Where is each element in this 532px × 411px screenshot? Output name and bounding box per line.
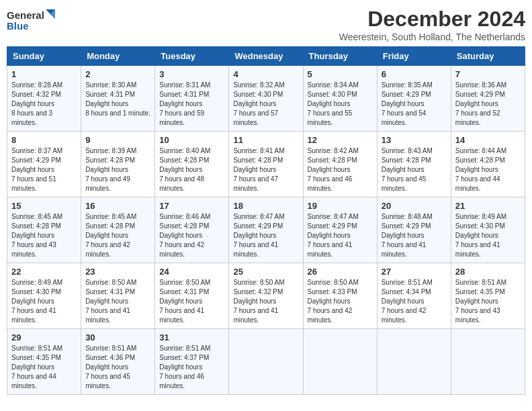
cell-info: Sunrise: 8:50 AM Sunset: 4:31 PM Dayligh… (159, 278, 224, 325)
cell-info: Sunrise: 8:47 AM Sunset: 4:29 PM Dayligh… (308, 212, 373, 259)
calendar-cell (303, 329, 377, 395)
day-number: 29 (11, 332, 77, 342)
week-row-4: 22 Sunrise: 8:49 AM Sunset: 4:30 PM Dayl… (7, 263, 525, 329)
day-number: 16 (85, 201, 150, 211)
day-number: 31 (159, 332, 224, 342)
calendar-cell: 2 Sunrise: 8:30 AM Sunset: 4:31 PM Dayli… (81, 66, 155, 132)
day-number: 27 (382, 267, 447, 277)
day-number: 25 (233, 267, 298, 277)
week-row-1: 1 Sunrise: 8:28 AM Sunset: 4:32 PM Dayli… (7, 66, 525, 132)
cell-info: Sunrise: 8:30 AM Sunset: 4:31 PM Dayligh… (85, 81, 150, 118)
day-number: 5 (308, 69, 373, 79)
calendar-cell: 26 Sunrise: 8:50 AM Sunset: 4:33 PM Dayl… (303, 263, 377, 329)
calendar-cell: 5 Sunrise: 8:34 AM Sunset: 4:30 PM Dayli… (303, 66, 377, 132)
month-title: December 2024 (339, 7, 525, 32)
day-number: 3 (159, 69, 224, 79)
cell-info: Sunrise: 8:43 AM Sunset: 4:28 PM Dayligh… (382, 146, 447, 193)
calendar-cell: 10 Sunrise: 8:40 AM Sunset: 4:28 PM Dayl… (155, 132, 229, 197)
calendar-cell (229, 329, 303, 395)
cell-info: Sunrise: 8:47 AM Sunset: 4:29 PM Dayligh… (233, 212, 298, 259)
cell-info: Sunrise: 8:50 AM Sunset: 4:33 PM Dayligh… (308, 278, 373, 325)
calendar-table: SundayMondayTuesdayWednesdayThursdayFrid… (7, 46, 525, 395)
calendar-cell: 24 Sunrise: 8:50 AM Sunset: 4:31 PM Dayl… (155, 263, 229, 329)
cell-info: Sunrise: 8:45 AM Sunset: 4:28 PM Dayligh… (11, 212, 77, 259)
day-header-friday: Friday (377, 47, 451, 66)
calendar-cell: 18 Sunrise: 8:47 AM Sunset: 4:29 PM Dayl… (229, 197, 303, 263)
calendar-cell: 15 Sunrise: 8:45 AM Sunset: 4:28 PM Dayl… (7, 197, 81, 263)
cell-info: Sunrise: 8:51 AM Sunset: 4:35 PM Dayligh… (11, 344, 77, 391)
day-number: 9 (85, 135, 150, 145)
day-number: 6 (382, 69, 447, 79)
day-number: 13 (382, 135, 447, 145)
cell-info: Sunrise: 8:49 AM Sunset: 4:30 PM Dayligh… (455, 212, 521, 259)
calendar-cell: 30 Sunrise: 8:51 AM Sunset: 4:36 PM Dayl… (81, 329, 155, 395)
calendar-cell: 29 Sunrise: 8:51 AM Sunset: 4:35 PM Dayl… (7, 329, 81, 395)
calendar-cell: 21 Sunrise: 8:49 AM Sunset: 4:30 PM Dayl… (451, 197, 525, 263)
svg-text:Blue: Blue (7, 20, 29, 32)
cell-info: Sunrise: 8:41 AM Sunset: 4:28 PM Dayligh… (233, 146, 298, 193)
svg-text:General: General (7, 9, 44, 21)
location-subtitle: Weerestein, South Holland, The Netherlan… (339, 32, 525, 42)
day-header-monday: Monday (81, 47, 155, 66)
logo: General Blue (7, 7, 60, 34)
day-number: 21 (455, 201, 521, 211)
cell-info: Sunrise: 8:51 AM Sunset: 4:36 PM Dayligh… (85, 344, 150, 391)
day-number: 18 (233, 201, 298, 211)
cell-info: Sunrise: 8:40 AM Sunset: 4:28 PM Dayligh… (159, 146, 224, 193)
day-number: 11 (233, 135, 298, 145)
day-header-sunday: Sunday (7, 47, 81, 66)
page-header: General Blue December 2024 Weerestein, S… (7, 7, 525, 42)
week-row-2: 8 Sunrise: 8:37 AM Sunset: 4:29 PM Dayli… (7, 132, 525, 197)
calendar-cell: 16 Sunrise: 8:45 AM Sunset: 4:28 PM Dayl… (81, 197, 155, 263)
cell-info: Sunrise: 8:46 AM Sunset: 4:28 PM Dayligh… (159, 212, 224, 259)
calendar-cell: 31 Sunrise: 8:51 AM Sunset: 4:37 PM Dayl… (155, 329, 229, 395)
day-header-wednesday: Wednesday (229, 47, 303, 66)
cell-info: Sunrise: 8:44 AM Sunset: 4:28 PM Dayligh… (455, 146, 521, 193)
day-number: 30 (85, 332, 150, 342)
week-row-3: 15 Sunrise: 8:45 AM Sunset: 4:28 PM Dayl… (7, 197, 525, 263)
cell-info: Sunrise: 8:34 AM Sunset: 4:30 PM Dayligh… (308, 81, 373, 128)
day-number: 2 (85, 69, 150, 79)
day-number: 22 (11, 267, 77, 277)
calendar-cell: 14 Sunrise: 8:44 AM Sunset: 4:28 PM Dayl… (451, 132, 525, 197)
calendar-cell: 20 Sunrise: 8:48 AM Sunset: 4:29 PM Dayl… (377, 197, 451, 263)
cell-info: Sunrise: 8:51 AM Sunset: 4:35 PM Dayligh… (455, 278, 521, 325)
calendar-cell (451, 329, 525, 395)
cell-info: Sunrise: 8:51 AM Sunset: 4:34 PM Dayligh… (382, 278, 447, 325)
cell-info: Sunrise: 8:50 AM Sunset: 4:32 PM Dayligh… (233, 278, 298, 325)
cell-info: Sunrise: 8:35 AM Sunset: 4:29 PM Dayligh… (382, 81, 447, 128)
week-row-5: 29 Sunrise: 8:51 AM Sunset: 4:35 PM Dayl… (7, 329, 525, 395)
cell-info: Sunrise: 8:28 AM Sunset: 4:32 PM Dayligh… (11, 81, 77, 128)
calendar-cell: 22 Sunrise: 8:49 AM Sunset: 4:30 PM Dayl… (7, 263, 81, 329)
cell-info: Sunrise: 8:45 AM Sunset: 4:28 PM Dayligh… (85, 212, 150, 259)
calendar-cell: 12 Sunrise: 8:42 AM Sunset: 4:28 PM Dayl… (303, 132, 377, 197)
cell-info: Sunrise: 8:39 AM Sunset: 4:28 PM Dayligh… (85, 146, 150, 193)
calendar-cell: 27 Sunrise: 8:51 AM Sunset: 4:34 PM Dayl… (377, 263, 451, 329)
title-block: December 2024 Weerestein, South Holland,… (339, 7, 525, 42)
day-header-saturday: Saturday (451, 47, 525, 66)
day-number: 10 (159, 135, 224, 145)
day-number: 17 (159, 201, 224, 211)
calendar-cell: 23 Sunrise: 8:50 AM Sunset: 4:31 PM Dayl… (81, 263, 155, 329)
calendar-cell: 6 Sunrise: 8:35 AM Sunset: 4:29 PM Dayli… (377, 66, 451, 132)
day-number: 15 (11, 201, 77, 211)
cell-info: Sunrise: 8:37 AM Sunset: 4:29 PM Dayligh… (11, 146, 77, 193)
calendar-cell: 3 Sunrise: 8:31 AM Sunset: 4:31 PM Dayli… (155, 66, 229, 132)
calendar-cell: 13 Sunrise: 8:43 AM Sunset: 4:28 PM Dayl… (377, 132, 451, 197)
cell-info: Sunrise: 8:42 AM Sunset: 4:28 PM Dayligh… (308, 146, 373, 193)
day-number: 23 (85, 267, 150, 277)
day-number: 12 (308, 135, 373, 145)
cell-info: Sunrise: 8:32 AM Sunset: 4:30 PM Dayligh… (233, 81, 298, 128)
cell-info: Sunrise: 8:51 AM Sunset: 4:37 PM Dayligh… (159, 344, 224, 391)
day-number: 1 (11, 69, 77, 79)
day-number: 14 (455, 135, 521, 145)
calendar-cell: 9 Sunrise: 8:39 AM Sunset: 4:28 PM Dayli… (81, 132, 155, 197)
day-number: 28 (455, 267, 521, 277)
calendar-cell: 7 Sunrise: 8:36 AM Sunset: 4:29 PM Dayli… (451, 66, 525, 132)
day-header-tuesday: Tuesday (155, 47, 229, 66)
cell-info: Sunrise: 8:31 AM Sunset: 4:31 PM Dayligh… (159, 81, 224, 128)
calendar-cell: 17 Sunrise: 8:46 AM Sunset: 4:28 PM Dayl… (155, 197, 229, 263)
cell-info: Sunrise: 8:49 AM Sunset: 4:30 PM Dayligh… (11, 278, 77, 325)
day-number: 20 (382, 201, 447, 211)
calendar-cell: 1 Sunrise: 8:28 AM Sunset: 4:32 PM Dayli… (7, 66, 81, 132)
